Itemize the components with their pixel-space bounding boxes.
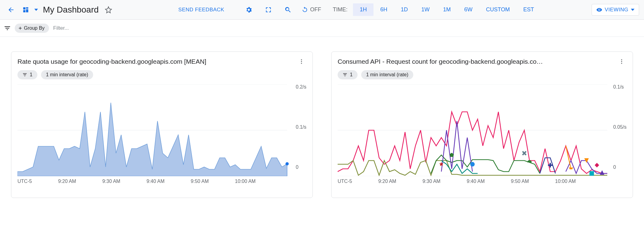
y-tick: 0.2/s [296, 84, 306, 90]
time-label: TIME: [333, 6, 347, 13]
y-tick: 0.05/s [613, 124, 627, 130]
fullscreen-icon[interactable] [262, 4, 275, 16]
x-tick: 9:40 AM [467, 179, 485, 184]
interval-label: 1 min interval (rate) [366, 72, 408, 78]
dashboard-layout-icon[interactable] [20, 4, 32, 16]
interval-chip[interactable]: 1 min interval (rate) [41, 70, 93, 79]
top-toolbar: My Dashboard SEND FEEDBACK OFF TIME: 1H6… [0, 0, 644, 20]
charts-row: Rate quota usage for geocoding-backend.g… [0, 37, 644, 213]
x-tick: 10:00 AM [555, 179, 576, 184]
time-range-1d[interactable]: 1D [394, 3, 415, 16]
filter-bar: Group By [0, 20, 644, 37]
svg-point-8 [621, 61, 622, 62]
x-tick: 9:50 AM [511, 179, 529, 184]
chart-area: 0.1/s0.05/s0 UTC-59:20 AM9:30 AM9:40 AM9… [338, 84, 627, 192]
x-tick: 9:20 AM [58, 179, 76, 184]
filter-count-chip[interactable]: 1 [338, 70, 358, 79]
chart-svg [17, 84, 306, 176]
time-range-custom[interactable]: CUSTOM [479, 3, 517, 16]
gear-icon[interactable] [243, 4, 255, 16]
group-by-button[interactable]: Group By [15, 24, 49, 33]
x-tick: 9:30 AM [102, 179, 120, 184]
interval-chip[interactable]: 1 min interval (rate) [361, 70, 413, 79]
svg-point-7 [621, 59, 622, 60]
chart-card: Consumed API - Request count for geocodi… [331, 51, 633, 198]
back-arrow-icon[interactable] [5, 4, 17, 16]
x-tick: 9:40 AM [146, 179, 165, 184]
y-tick: 0 [296, 165, 306, 170]
time-range-1h[interactable]: 1H [353, 3, 373, 16]
svg-point-13 [470, 162, 475, 167]
svg-point-6 [286, 162, 289, 165]
svg-point-0 [301, 59, 302, 60]
y-tick: 0.1/s [296, 124, 306, 130]
time-range-est[interactable]: EST [517, 3, 541, 16]
chart-area: 0.2/s0.1/s0 UTC-59:20 AM9:30 AM9:40 AM9:… [17, 84, 306, 192]
filter-icon [343, 72, 347, 77]
time-range-6w[interactable]: 6W [457, 3, 479, 16]
filter-count-chip[interactable]: 1 [17, 70, 37, 79]
auto-refresh-toggle[interactable]: OFF [301, 4, 321, 16]
svg-point-2 [301, 63, 302, 64]
star-icon[interactable] [102, 4, 115, 16]
filter-list-icon[interactable] [4, 25, 11, 32]
auto-refresh-state: OFF [310, 6, 321, 13]
x-tick: 9:20 AM [378, 179, 396, 184]
time-range-1m[interactable]: 1M [436, 3, 457, 16]
x-tick: 9:50 AM [191, 179, 209, 184]
chart-svg [338, 84, 627, 176]
chart-menu-icon[interactable] [617, 59, 627, 65]
plus-icon [18, 26, 23, 31]
send-feedback-button[interactable]: SEND FEEDBACK [175, 4, 228, 15]
time-range-6h[interactable]: 6H [373, 3, 394, 16]
chart-card: Rate quota usage for geocoding-backend.g… [11, 51, 313, 198]
filter-icon [22, 72, 27, 77]
timezone-label: UTC-5 [338, 179, 352, 184]
interval-label: 1 min interval (rate) [46, 72, 88, 78]
chevron-down-icon [631, 8, 635, 12]
time-range-1w[interactable]: 1W [415, 3, 436, 16]
svg-point-1 [301, 61, 302, 62]
group-by-label: Group By [24, 25, 45, 31]
dropdown-caret-icon[interactable] [34, 8, 38, 12]
filter-count: 1 [350, 72, 353, 78]
chart-title: Rate quota usage for geocoding-backend.g… [17, 58, 206, 65]
chart-title: Consumed API - Request count for geocodi… [338, 58, 543, 65]
filter-input[interactable] [53, 25, 175, 32]
time-range-selector: 1H6H1D1W1M6WCUSTOMEST [353, 3, 541, 16]
x-tick: 9:30 AM [422, 179, 441, 184]
filter-count: 1 [30, 72, 32, 78]
search-icon[interactable] [282, 4, 294, 16]
x-tick: 10:00 AM [235, 179, 256, 184]
viewing-mode-button[interactable]: VIEWING [592, 4, 639, 16]
chart-menu-icon[interactable] [297, 59, 306, 65]
y-tick: 0 [613, 165, 627, 170]
timezone-label: UTC-5 [17, 179, 32, 184]
eye-icon [596, 7, 602, 13]
viewing-label: VIEWING [605, 7, 628, 13]
page-title: My Dashboard [43, 5, 99, 15]
svg-point-9 [621, 63, 622, 64]
y-tick: 0.1/s [613, 84, 627, 90]
